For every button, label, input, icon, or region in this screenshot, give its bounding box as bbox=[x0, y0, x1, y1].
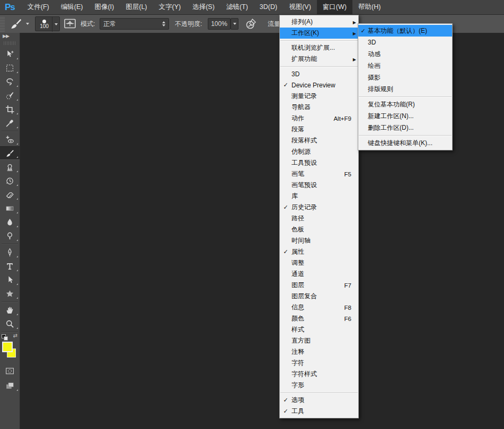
menu-item-label: 色板 bbox=[291, 225, 304, 234]
opacity-dropdown-icon[interactable] bbox=[231, 18, 238, 30]
move-tool[interactable] bbox=[0, 47, 20, 61]
menu-item[interactable]: 复位基本功能(R) bbox=[358, 99, 452, 110]
crop-tool[interactable] bbox=[0, 102, 20, 116]
menubar-item[interactable]: 选择(S) bbox=[187, 0, 220, 14]
menu-item[interactable]: 导航器 bbox=[280, 102, 358, 113]
blur-tool[interactable] bbox=[0, 215, 20, 229]
collapse-panel-chevrons-icon[interactable]: ▶▶ bbox=[0, 33, 20, 40]
menu-item-label: 通道 bbox=[291, 270, 304, 279]
menu-item[interactable]: 字形 bbox=[280, 380, 358, 391]
menu-item[interactable]: 字符样式 bbox=[280, 369, 358, 380]
lasso-tool[interactable] bbox=[0, 75, 20, 88]
history-brush-tool[interactable] bbox=[0, 174, 20, 187]
menu-item[interactable]: 扩展功能▶ bbox=[280, 53, 358, 65]
menu-item[interactable]: 动感 bbox=[358, 48, 452, 60]
menu-item[interactable]: ✓选项 bbox=[280, 395, 358, 406]
pen-tool[interactable] bbox=[0, 245, 20, 259]
menu-item[interactable]: 直方图 bbox=[280, 335, 358, 346]
clone-stamp-tool[interactable] bbox=[0, 160, 20, 174]
menu-item[interactable]: 颜色F6 bbox=[280, 313, 358, 324]
menu-item[interactable]: 画笔预设 bbox=[280, 180, 358, 191]
menu-item[interactable]: 摄影 bbox=[358, 72, 452, 83]
menu-item[interactable]: ✓Device Preview bbox=[280, 79, 358, 91]
menubar-item[interactable]: 编辑(E) bbox=[55, 0, 89, 14]
default-colors-icon[interactable] bbox=[2, 334, 7, 340]
menubar-item[interactable]: 图层(L) bbox=[120, 0, 153, 14]
brush-tool[interactable] bbox=[0, 146, 20, 160]
type-tool[interactable] bbox=[0, 259, 20, 273]
marquee-tool[interactable] bbox=[0, 61, 20, 75]
menu-item[interactable]: 通道 bbox=[280, 269, 358, 280]
quick-mask-mode-button[interactable] bbox=[0, 364, 20, 378]
menu-item[interactable]: 工作区(K)▶ bbox=[280, 28, 358, 39]
menu-item[interactable]: 样式 bbox=[280, 324, 358, 335]
menu-item[interactable]: ✓工具 bbox=[280, 406, 358, 417]
quick-select-tool[interactable] bbox=[0, 88, 20, 102]
menu-item[interactable]: 键盘快捷键和菜单(K)... bbox=[358, 137, 452, 149]
menu-item[interactable]: 段落 bbox=[280, 124, 358, 135]
menu-item[interactable]: 动作Alt+F9 bbox=[280, 113, 358, 124]
menu-item[interactable]: 信息F8 bbox=[280, 302, 358, 313]
menu-item[interactable]: 排版规则 bbox=[358, 83, 452, 95]
check-icon: ✓ bbox=[280, 79, 291, 91]
menu-item[interactable]: 排列(A)▶ bbox=[280, 16, 358, 28]
brush-tool-preset-icon[interactable] bbox=[9, 17, 23, 30]
shape-tool[interactable] bbox=[0, 287, 20, 300]
menu-item[interactable]: 图层F7 bbox=[280, 280, 358, 291]
menu-item[interactable]: 路径 bbox=[280, 213, 358, 224]
eraser-tool[interactable] bbox=[0, 187, 20, 201]
mode-select[interactable]: 正常 bbox=[100, 18, 169, 30]
subtool-corner-icon bbox=[16, 327, 18, 329]
menubar-item[interactable]: 滤镜(T) bbox=[220, 0, 254, 14]
menu-item[interactable]: 调整 bbox=[280, 257, 358, 269]
swap-colors-icon[interactable]: ⇄ bbox=[13, 333, 17, 338]
menubar-item[interactable]: 文件(F) bbox=[22, 0, 55, 14]
menu-item[interactable]: ✓基本功能（默认）(E) bbox=[358, 25, 452, 37]
menu-item[interactable]: 3D bbox=[280, 68, 358, 79]
toolbar-grip[interactable] bbox=[4, 41, 16, 45]
menu-item[interactable]: 测量记录 bbox=[280, 91, 358, 102]
foreground-color-swatch[interactable] bbox=[2, 342, 13, 352]
menu-item[interactable]: ✓属性 bbox=[280, 246, 358, 257]
menubar-item[interactable]: 窗口(W) bbox=[317, 0, 352, 14]
menu-item[interactable]: 字符 bbox=[280, 358, 358, 369]
menubar-item[interactable]: 视图(V) bbox=[283, 0, 317, 14]
menu-item[interactable]: 注释 bbox=[280, 346, 358, 358]
zoom-tool[interactable] bbox=[0, 317, 20, 330]
menu-item[interactable]: 联机浏览扩展... bbox=[280, 42, 358, 53]
eyedropper-tool[interactable] bbox=[0, 116, 20, 130]
toggle-brush-panel-icon[interactable] bbox=[64, 17, 76, 30]
menu-item[interactable]: 库 bbox=[280, 191, 358, 202]
menu-item[interactable]: 工具预设 bbox=[280, 157, 358, 168]
menu-item[interactable]: 绘画 bbox=[358, 60, 452, 72]
subtool-corner-icon bbox=[16, 212, 18, 213]
gradient-tool[interactable] bbox=[0, 201, 20, 215]
menubar-item[interactable]: 文字(Y) bbox=[153, 0, 187, 14]
hand-tool[interactable] bbox=[0, 303, 20, 317]
healing-tool[interactable] bbox=[0, 132, 20, 146]
menubar-item[interactable]: 图像(I) bbox=[89, 0, 120, 14]
screen-mode-button[interactable] bbox=[0, 379, 20, 392]
brush-size-dropdown-icon[interactable] bbox=[52, 17, 59, 32]
brush-preset-caret-icon[interactable] bbox=[26, 23, 29, 25]
menu-item[interactable]: 仿制源 bbox=[280, 146, 358, 157]
options-bar-grip[interactable] bbox=[0, 16, 5, 32]
path-select-tool[interactable] bbox=[0, 273, 20, 287]
menu-item[interactable]: 画笔F5 bbox=[280, 168, 358, 180]
opacity-input[interactable]: 100% bbox=[208, 18, 231, 30]
brush-size-picker[interactable]: 100 bbox=[35, 16, 60, 31]
menu-item[interactable]: 色板 bbox=[280, 224, 358, 235]
menu-item-label: 图层 bbox=[291, 281, 304, 290]
menu-item[interactable]: 时间轴 bbox=[280, 235, 358, 246]
airbrush-icon[interactable] bbox=[245, 17, 258, 30]
blur-tool-icon bbox=[5, 218, 14, 227]
menu-item[interactable]: 新建工作区(N)... bbox=[358, 110, 452, 122]
menu-item[interactable]: 图层复合 bbox=[280, 291, 358, 302]
menu-item[interactable]: 删除工作区(D)... bbox=[358, 122, 452, 133]
dodge-tool[interactable] bbox=[0, 229, 20, 243]
menu-item[interactable]: 段落样式 bbox=[280, 135, 358, 146]
menubar-item[interactable]: 帮助(H) bbox=[352, 0, 386, 14]
menu-item[interactable]: ✓历史记录 bbox=[280, 202, 358, 213]
menubar-item[interactable]: 3D(D) bbox=[254, 0, 283, 14]
menu-item[interactable]: 3D bbox=[358, 37, 452, 48]
